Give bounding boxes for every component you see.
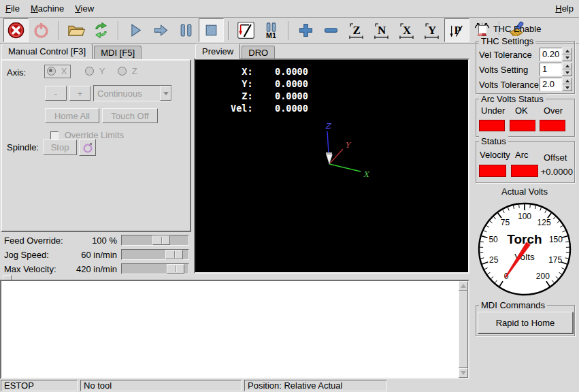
view-front-button[interactable]: Y [419,18,444,42]
jog-speed-slider[interactable] [121,249,189,260]
menu-help[interactable]: Help [550,1,579,16]
spindle-brake-icon [82,142,94,154]
axis-y-radio[interactable]: Y [85,66,105,76]
home-all-button[interactable]: Home All [45,108,99,123]
menu-machine[interactable]: Machine [25,1,69,16]
menu-view[interactable]: View [69,1,99,16]
jog-plus-button[interactable]: + [69,86,90,101]
view-side-button[interactable]: X [394,18,419,42]
pause-button[interactable] [173,18,199,42]
vel-tolerance-spinbox[interactable]: 0.20 [540,48,572,61]
preview-canvas[interactable]: X: 0.0000 Y: 0.0000 Z: 0.0000 Vel: 0.000… [194,59,469,274]
open-file-button[interactable] [63,18,88,42]
scroll-down-button[interactable] [459,368,468,378]
thc-panel: THC Enable THC Settings Vel Tolerance 0.… [473,19,576,392]
volts-setting-spinbox[interactable]: 1 [540,63,572,76]
step-arrow-icon [152,21,170,39]
spin-up-button[interactable] [562,63,572,69]
velocity-indicator [479,165,506,177]
thc-enable-checkbox[interactable]: THC Enable [478,24,541,34]
spin-up-button[interactable] [562,78,572,84]
spindle-brake-button[interactable] [79,139,96,156]
machine-power-button[interactable] [29,18,54,42]
scroll-up-button[interactable] [459,281,468,291]
max-velocity-slider[interactable] [121,263,189,274]
arc-label: Arc [515,150,529,160]
menu-bar: File Machine View Help [0,0,579,18]
letter-y-icon: Y [423,21,441,39]
vel-tolerance-value[interactable]: 0.20 [540,48,562,61]
stop-button[interactable] [199,18,224,42]
thc-settings-group: THC Settings Vel Tolerance 0.20 Volts Se… [476,41,575,94]
view-rotated-top-button[interactable]: N [369,18,394,42]
menu-file[interactable]: File [0,1,25,16]
view-perspective-button[interactable]: P [444,18,469,42]
zoom-in-button[interactable] [293,18,318,42]
svg-text:100: 100 [518,212,531,221]
svg-text:175: 175 [548,255,562,265]
radio-z-icon [118,67,127,76]
volts-tolerance-value[interactable]: 2.0 [540,78,562,91]
output-scrollbar[interactable] [459,281,468,378]
mdi-history-area[interactable] [0,280,469,379]
view-top-button[interactable]: Z [344,18,369,42]
scrollbar-thumb[interactable] [459,291,468,368]
tab-dro[interactable]: DRO [242,46,275,59]
tab-preview[interactable]: Preview [195,44,240,59]
spin-up-icon [565,50,569,52]
axis-x-radio[interactable]: X [44,65,71,78]
slider-handle[interactable] [165,250,183,259]
mdi-commands-title: MDI Commands [479,300,547,310]
tab-manual-control[interactable]: Manual Control [F3] [1,44,93,59]
axis-x-label: X [61,66,67,76]
touch-off-button[interactable]: Touch Off [102,108,158,123]
pause-icon [177,21,195,39]
actual-volts-label: Actual Volts [473,186,576,197]
skip-lines-button[interactable] [233,18,259,42]
manual-control-panel: Axis: X Y Z - + Continuous Home All Touc… [1,59,191,232]
scroll-up-icon [461,284,466,288]
spin-up-button[interactable] [562,48,572,54]
spindle-stop-button[interactable]: Stop [43,140,77,155]
svg-text:N: N [378,24,386,37]
toolbar-separator [228,21,229,40]
slider-handle[interactable] [167,264,184,274]
max-velocity-row: Max Velocity: 420 in/min [0,263,193,276]
spin-down-icon [565,71,569,74]
tab-mdi[interactable]: MDI [F5] [94,46,142,59]
svg-text:25: 25 [489,255,499,265]
jog-minus-button[interactable]: - [45,86,67,101]
letter-n-icon: N [372,21,391,39]
radio-x-icon [47,67,56,76]
feed-override-slider[interactable] [121,235,189,246]
gauge-title: Torch [507,232,542,246]
tool-cone [327,154,333,164]
optional-stop-button[interactable]: M1 [259,18,284,42]
svg-text:75: 75 [501,218,510,227]
velocity-label: Velocity [480,150,510,160]
spin-down-icon [565,86,569,89]
axis-z-radio[interactable]: Z [118,66,137,76]
estop-button[interactable] [3,18,29,42]
slider-handle[interactable] [152,235,170,245]
skip-lines-icon [237,21,255,39]
volts-setting-value[interactable]: 1 [540,63,562,76]
spin-up-icon [565,65,569,67]
axis-y-label: Y [99,66,105,76]
spin-down-button[interactable] [562,84,572,91]
axis-label: Axis: [7,67,26,78]
torch-volts-gauge: 0255075100125150175200 Torch Volts [474,199,575,299]
x-axis-label: X [363,170,370,179]
spin-down-button[interactable] [562,69,572,76]
step-button[interactable] [148,18,173,42]
rapid-to-home-button[interactable]: Rapid to Home [478,312,573,333]
checkbox-icon [478,25,486,33]
svg-text:M1: M1 [266,31,276,39]
run-button[interactable] [123,18,148,42]
jog-mode-select[interactable]: Continuous [93,85,172,101]
reload-button[interactable] [88,18,114,42]
spin-down-button[interactable] [562,54,572,61]
thc-enable-label: THC Enable [493,24,542,34]
zoom-out-button[interactable] [318,18,344,42]
volts-tolerance-spinbox[interactable]: 2.0 [540,78,572,91]
